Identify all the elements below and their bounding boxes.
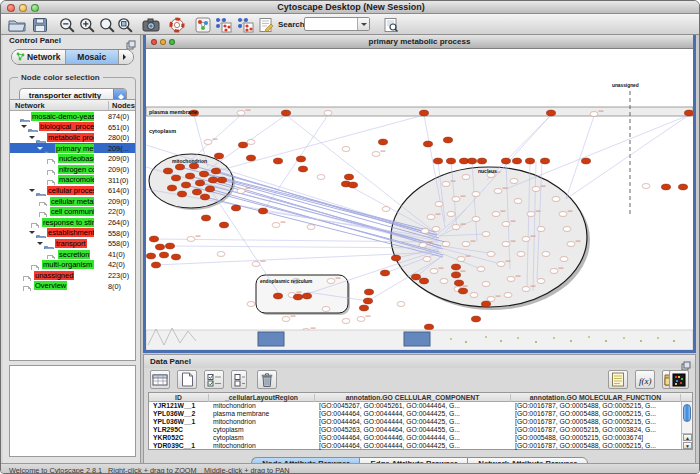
- snapshot-button[interactable]: [142, 16, 160, 33]
- network-tree-label: primary metabolic p: [55, 144, 94, 153]
- attribute-row[interactable]: YJR121W__1mitochondrion[GO:0045267, GO:0…: [149, 402, 692, 410]
- function-builder-button[interactable]: f(x): [635, 370, 655, 389]
- zoom-selected-region-button[interactable]: [116, 16, 134, 33]
- tree-row[interactable]: metabolic process280(0): [10, 132, 135, 143]
- network-tree-label: secretion: [58, 250, 90, 259]
- enhanced-search-button[interactable]: [382, 16, 400, 33]
- tree-row[interactable]: biological_process651(0): [10, 122, 135, 133]
- tree-row[interactable]: nucleobase-contai209(0): [10, 153, 135, 164]
- scroll-up-button[interactable]: ▲: [683, 434, 692, 441]
- window-titlebar[interactable]: Cytoscape Desktop (New Session): [1, 1, 700, 14]
- help-button[interactable]: [168, 16, 186, 33]
- select-attributes-button[interactable]: [204, 370, 224, 389]
- attribute-cell: YDR039C__1: [149, 442, 209, 450]
- tab-network[interactable]: Network: [12, 50, 66, 64]
- attribute-table: ID _cellularLayoutRegion annotation.GO C…: [148, 392, 693, 450]
- folder-icon: [44, 239, 55, 248]
- zoom-in-button[interactable]: [78, 16, 96, 33]
- group-label: Node color selection: [18, 73, 103, 82]
- attribute-cell: mitochondrion: [209, 402, 315, 410]
- attribute-row[interactable]: YPL036W__2plasma membrane[GO:0044464, GO…: [149, 410, 692, 418]
- region-label-endoplasmic_reticulum: endoplasmic reticulum: [260, 279, 312, 284]
- tree-row[interactable]: multi-organism pro42(0): [10, 259, 135, 270]
- attribute-row[interactable]: YDR039C__1mitochondrion[GO:0044464, GO:0…: [149, 442, 692, 450]
- network-graph[interactable]: plasma membranecytoplasmmitochondrionnuc…: [146, 49, 693, 350]
- attribute-cell: [GO:0044464, GO:0044446, GO:0044444, G..…: [315, 434, 511, 442]
- folder-icon: [36, 186, 47, 195]
- attribute-table-button[interactable]: [150, 370, 170, 389]
- file-icon: [31, 260, 42, 269]
- node-edge-count: 311(0): [108, 176, 129, 185]
- annotations-button[interactable]: [257, 16, 275, 33]
- tree-row[interactable]: mosaic-demo-yeast874(0): [10, 111, 135, 122]
- create-attribute-button[interactable]: [177, 370, 197, 389]
- network-tree-label: nitrogen compoun: [58, 165, 94, 174]
- expander-icon[interactable]: [29, 229, 36, 236]
- delete-attribute-button[interactable]: [257, 370, 277, 389]
- open-file-button[interactable]: [8, 16, 26, 33]
- tree-row[interactable]: cellular metabolic209(0): [10, 196, 135, 207]
- network-tree-label: macromolecule m: [58, 175, 94, 184]
- tab-overflow-arrow[interactable]: [119, 50, 133, 64]
- expander-icon[interactable]: [37, 145, 44, 152]
- tree-row[interactable]: transport558(0): [10, 238, 135, 249]
- tree-row[interactable]: nitrogen compoun209(0): [10, 164, 135, 175]
- tree-row[interactable]: response to stimulu264(0): [10, 217, 135, 228]
- expander-icon[interactable]: [29, 134, 36, 141]
- node-edge-count: 558(0): [108, 229, 129, 238]
- zoom-out-button[interactable]: [58, 16, 76, 33]
- tree-row[interactable]: Overview8(0): [10, 281, 135, 292]
- zoom-fit-button[interactable]: [98, 16, 116, 33]
- network-tree-label: biological_process: [39, 122, 94, 131]
- data-panel-toolbar: f(x): [144, 368, 695, 391]
- tree-row[interactable]: secretion41(0): [10, 249, 135, 260]
- node-edge-count: 41(0): [108, 250, 125, 259]
- tree-row[interactable]: cell communicatio22(0): [10, 206, 135, 217]
- attribute-table-header[interactable]: ID _cellularLayoutRegion annotation.GO C…: [149, 393, 692, 402]
- network-tree-label: establishment of loc: [47, 228, 94, 237]
- attribute-cell: [GO:0016787, GO:0005488, GO:0005215, G..…: [511, 442, 681, 450]
- attribute-layout-1-button[interactable]: [214, 16, 232, 33]
- unselect-attributes-button[interactable]: [231, 370, 247, 389]
- expander-icon[interactable]: [37, 240, 44, 247]
- attribute-cell: cytoplasm: [209, 426, 315, 434]
- node-edge-count: 651(0): [108, 123, 129, 132]
- attribute-editor-button[interactable]: [608, 370, 628, 389]
- tree-col-network: Network: [15, 101, 45, 110]
- tree-row[interactable]: unassigned223(0): [10, 270, 135, 281]
- attribute-cell: YJR121W__1: [149, 402, 209, 410]
- attribute-matrix-button[interactable]: [669, 370, 689, 389]
- attribute-row[interactable]: YKR052Ccytoplasm[GO:0044464, GO:0044446,…: [149, 434, 692, 442]
- node-edge-count: 874(0): [108, 112, 129, 121]
- status-pan-hint: Middle-click + drag to PAN: [204, 466, 290, 474]
- strip-selection-1: [258, 332, 284, 346]
- expander-icon[interactable]: [21, 123, 28, 130]
- save-session-button[interactable]: [31, 16, 49, 33]
- search-dropdown-arrow[interactable]: [357, 18, 369, 30]
- tree-row[interactable]: macromolecule m311(0): [10, 175, 135, 186]
- tree-row[interactable]: primary metabolic p209(...: [10, 143, 135, 154]
- file-icon: [47, 175, 58, 184]
- file-icon: [39, 197, 50, 206]
- main-toolbar: Search:: [1, 14, 700, 35]
- tab-mosaic[interactable]: Mosaic: [66, 50, 120, 64]
- attribute-layout-2-button[interactable]: [236, 16, 254, 33]
- birdseye-view[interactable]: [9, 365, 136, 457]
- vizmapper-button[interactable]: [194, 16, 212, 33]
- tree-row[interactable]: cellular process614(0): [10, 185, 135, 196]
- expander-icon[interactable]: [29, 187, 36, 194]
- attribute-cell: [GO:0045267, GO:0045261, GO:0044464, G..…: [315, 402, 511, 410]
- search-input[interactable]: [306, 18, 356, 29]
- scroll-down-button[interactable]: ▼: [683, 442, 692, 449]
- network-desktop: primary metabolic process plasma membran…: [141, 35, 700, 463]
- scrollbar-thumb[interactable]: [683, 404, 691, 422]
- node-edge-count: 8(0): [108, 282, 121, 291]
- attribute-row[interactable]: YPL036W__1mitochondrion[GO:0044464, GO:0…: [149, 418, 692, 426]
- tree-row[interactable]: establishment of loc558(0): [10, 228, 135, 239]
- network-canvas[interactable]: plasma membranecytoplasmmitochondrionnuc…: [146, 49, 693, 350]
- data-panel: Data Panel f(x) ID: [143, 354, 696, 474]
- control-panel: Control Panel Network Mosaic Node color …: [3, 35, 141, 463]
- attribute-row[interactable]: YLR295Ccytoplasm[GO:0045263, GO:0044464,…: [149, 426, 692, 434]
- table-scrollbar[interactable]: ▲ ▼: [681, 402, 692, 449]
- network-window-titlebar[interactable]: primary metabolic process: [146, 35, 693, 49]
